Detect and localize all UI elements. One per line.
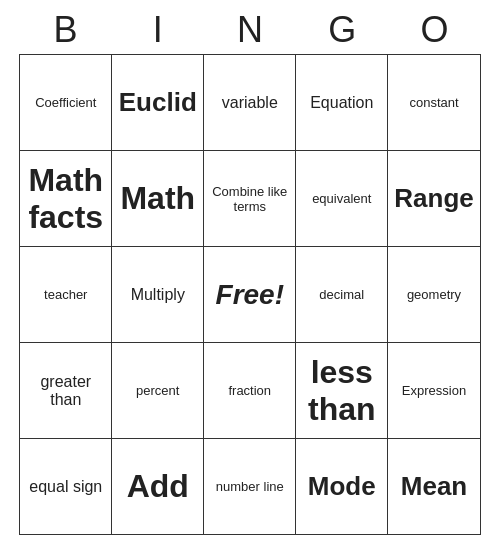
bingo-cell: number line bbox=[204, 439, 296, 535]
header-letter: N bbox=[204, 9, 296, 51]
bingo-cell: Free! bbox=[204, 247, 296, 343]
table-row: greater thanpercentfractionless thanExpr… bbox=[20, 343, 480, 439]
header-letter: G bbox=[296, 9, 388, 51]
bingo-cell: Expression bbox=[388, 343, 480, 439]
table-row: Math factsMathCombine like termsequivale… bbox=[20, 151, 480, 247]
bingo-cell: Add bbox=[112, 439, 204, 535]
bingo-cell: Euclid bbox=[112, 55, 204, 151]
bingo-cell: less than bbox=[296, 343, 388, 439]
header-letter: O bbox=[389, 9, 481, 51]
bingo-cell: percent bbox=[112, 343, 204, 439]
bingo-cell: Multiply bbox=[112, 247, 204, 343]
bingo-grid: CoefficientEuclidvariableEquationconstan… bbox=[19, 55, 480, 536]
bingo-cell: greater than bbox=[20, 343, 112, 439]
bingo-cell: equivalent bbox=[296, 151, 388, 247]
bingo-cell: Mean bbox=[388, 439, 480, 535]
bingo-cell: geometry bbox=[388, 247, 480, 343]
bingo-cell: teacher bbox=[20, 247, 112, 343]
header-letter: I bbox=[112, 9, 204, 51]
bingo-cell: Math bbox=[112, 151, 204, 247]
bingo-cell: Math facts bbox=[20, 151, 112, 247]
bingo-cell: equal sign bbox=[20, 439, 112, 535]
table-row: teacherMultiplyFree!decimalgeometry bbox=[20, 247, 480, 343]
bingo-cell: Coefficient bbox=[20, 55, 112, 151]
header-letter: B bbox=[19, 9, 111, 51]
bingo-cell: decimal bbox=[296, 247, 388, 343]
table-row: equal signAddnumber lineModeMean bbox=[20, 439, 480, 535]
bingo-cell: constant bbox=[388, 55, 480, 151]
bingo-cell: Range bbox=[388, 151, 480, 247]
bingo-cell: Combine like terms bbox=[204, 151, 296, 247]
bingo-cell: fraction bbox=[204, 343, 296, 439]
bingo-cell: Equation bbox=[296, 55, 388, 151]
table-row: CoefficientEuclidvariableEquationconstan… bbox=[20, 55, 480, 151]
bingo-header: BINGO bbox=[19, 9, 480, 51]
bingo-cell: variable bbox=[204, 55, 296, 151]
bingo-cell: Mode bbox=[296, 439, 388, 535]
